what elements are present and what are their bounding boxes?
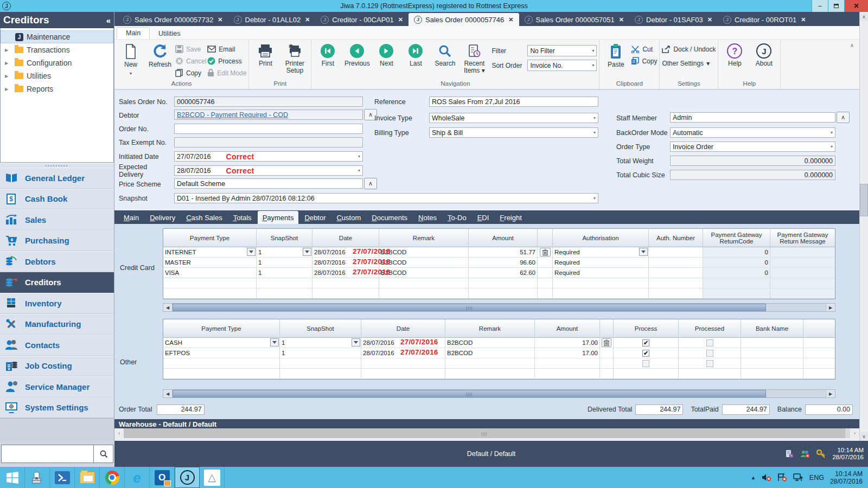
col-header[interactable]: Date	[312, 229, 379, 247]
scrollbar-track[interactable]	[766, 304, 826, 311]
cell-bank-name[interactable]	[741, 338, 803, 348]
server-status-icon[interactable]	[785, 450, 794, 458]
cell-payment-type[interactable]: EFTPOS	[163, 348, 280, 358]
scroll-right-icon[interactable]: ›	[850, 428, 859, 438]
order-no-field[interactable]	[174, 124, 363, 134]
col-header[interactable]: Bank Name	[741, 319, 803, 338]
action-center-flag-icon[interactable]	[777, 473, 787, 481]
tree-item-reports[interactable]: ▶ Reports	[1, 82, 113, 95]
cell-remark[interactable]: B2BCOD	[379, 268, 469, 278]
tab-main[interactable]: Main	[119, 211, 144, 224]
expand-arrow-icon[interactable]: ▶	[5, 48, 8, 53]
jiwa-taskbar-button[interactable]: J	[175, 467, 200, 488]
save-button[interactable]: Save	[175, 44, 206, 54]
staff-member-field[interactable]: Admin	[670, 112, 835, 123]
invoice-type-combobox[interactable]: WholeSale▾	[429, 113, 598, 123]
ribbon-tab-utilities[interactable]: Utilities	[150, 28, 189, 39]
search-button[interactable]	[94, 445, 113, 463]
search-button[interactable]: Search	[431, 41, 459, 67]
cell-amount[interactable]: 96.60	[469, 258, 538, 268]
dropdown-arrow-icon[interactable]: ▾	[358, 168, 360, 173]
sidebar-item-manufacturing[interactable]: Manufacturing	[0, 314, 114, 335]
tree-item-utilities[interactable]: ▶ Utilities	[1, 69, 113, 82]
dropdown-arrow-icon[interactable]: ▾	[831, 144, 833, 149]
edit-mode-button[interactable]: Edit Mode	[207, 68, 246, 78]
staff-lookup-button[interactable]: ∧	[837, 112, 850, 123]
cell-auth-number[interactable]	[649, 268, 703, 278]
tab-delivery[interactable]: Delivery	[145, 211, 180, 224]
process-checkbox[interactable]: ✔	[642, 350, 649, 357]
sidebar-item-creditors[interactable]: Creditors	[0, 272, 114, 293]
cell-date[interactable]: 28/07/201627/07/2016	[312, 258, 379, 268]
tree-item-configuration[interactable]: ▶ Configuration	[1, 56, 113, 69]
filter-combobox[interactable]: No Filter▾	[527, 45, 597, 56]
combo-arrow-icon[interactable]	[303, 248, 311, 256]
tab-debtor[interactable]: Debtor	[299, 211, 330, 224]
about-button[interactable]: J About	[750, 41, 778, 67]
col-header[interactable]: Payment Type	[163, 319, 280, 338]
cell-auth-number[interactable]	[649, 258, 703, 268]
cell-snapshot[interactable]: 1	[280, 338, 361, 348]
cancel-button[interactable]: Cancel	[175, 56, 206, 66]
internet-explorer-button[interactable]: e	[125, 467, 150, 488]
cell-remark[interactable]: B2BCOD	[445, 348, 535, 358]
doc-tab-debtor-01all02[interactable]: JDebtor - 01ALL02✕	[228, 13, 316, 26]
triangle-app-button[interactable]: △	[200, 467, 225, 488]
order-type-combobox[interactable]: Invoice Order▾	[670, 142, 835, 152]
paste-button[interactable]: Paste	[602, 41, 630, 68]
col-header[interactable]: Auth. Number	[649, 229, 703, 247]
col-header[interactable]: Payment Type	[163, 229, 257, 247]
cell-authorisation[interactable]: Required	[553, 258, 649, 268]
col-header[interactable]: Date	[361, 319, 445, 338]
cell-amount[interactable]: 17.00	[535, 348, 600, 358]
outlook-button[interactable]: O	[150, 467, 175, 488]
cell-date[interactable]: 28/07/201627/07/2016	[361, 338, 445, 348]
tab-todo[interactable]: To-Do	[443, 211, 471, 224]
col-header[interactable]: Processed	[679, 319, 741, 338]
close-tab-icon[interactable]: ✕	[398, 16, 403, 23]
cell-amount[interactable]: 51.77	[469, 247, 538, 258]
tab-edi[interactable]: EDI	[473, 211, 494, 224]
refresh-button[interactable]: Refresh	[146, 41, 174, 68]
cell-snapshot[interactable]: 1	[280, 348, 361, 358]
sidebar-item-cash-book[interactable]: $ Cash Book	[0, 189, 114, 210]
combo-arrow-icon[interactable]	[247, 248, 256, 256]
scroll-down-icon[interactable]: ∨	[860, 432, 868, 441]
doc-tab-debtor-01saf03[interactable]: JDebtor - 01SAF03✕	[629, 13, 718, 26]
scrollbar-thumb[interactable]: ||||	[173, 390, 766, 397]
delete-row-button[interactable]	[540, 248, 551, 256]
close-tab-icon[interactable]: ✕	[305, 16, 310, 23]
billing-type-combobox[interactable]: Ship & Bill▾	[429, 127, 598, 138]
language-indicator[interactable]: ENG	[809, 474, 824, 481]
ribbon-collapse-icon[interactable]: ∧	[850, 42, 854, 48]
search-input[interactable]	[1, 445, 94, 463]
print-button[interactable]: Print	[251, 41, 279, 67]
cell-authorisation[interactable]: Required	[553, 268, 649, 278]
cell-payment-type[interactable]: MASTER	[163, 258, 257, 268]
close-tab-icon[interactable]: ✕	[508, 16, 513, 23]
cell-process[interactable]: ✔	[614, 348, 679, 358]
scrollbar-thumb[interactable]	[860, 184, 868, 216]
cell-snapshot[interactable]: 1	[257, 258, 312, 268]
tab-notes[interactable]: Notes	[413, 211, 442, 224]
combo-arrow-icon[interactable]	[639, 248, 648, 256]
taskbar-clock[interactable]: 10:14 AM 28/07/2016	[830, 470, 863, 485]
tree-item-transactions[interactable]: ▶ Transactions	[1, 43, 113, 56]
scrollbar-thumb[interactable]: ||||	[124, 428, 845, 438]
tab-totals[interactable]: Totals	[228, 211, 257, 224]
expand-arrow-icon[interactable]: ▶	[5, 74, 8, 79]
doc-tab-creditor-00cap01[interactable]: JCreditor - 00CAP01✕	[315, 13, 409, 26]
tab-payments[interactable]: Payments	[258, 211, 299, 224]
cell-amount[interactable]: 62.60	[469, 268, 538, 278]
tab-cash-sales[interactable]: Cash Sales	[181, 211, 227, 224]
maximize-button[interactable]	[828, 0, 844, 12]
close-tab-icon[interactable]: ✕	[619, 16, 624, 23]
doc-tab-sales-order-0000057746[interactable]: JSales Order 0000057746✕	[409, 13, 519, 26]
copy-button[interactable]: Copy	[175, 68, 206, 78]
col-header[interactable]: Remark	[379, 229, 469, 247]
doc-tab-sales-order-0000057051[interactable]: JSales Order 0000057051✕	[519, 13, 630, 26]
sidebar-splitter[interactable]: ▪▪▪▪▪▪▪▪▪	[0, 163, 114, 168]
backorder-mode-combobox[interactable]: Automatic▾	[670, 127, 835, 138]
process-checkbox[interactable]: ✔	[642, 339, 649, 346]
snapshot-field[interactable]: D01 - Inserted By Admin 28/07/2016 08:12…	[174, 193, 598, 203]
